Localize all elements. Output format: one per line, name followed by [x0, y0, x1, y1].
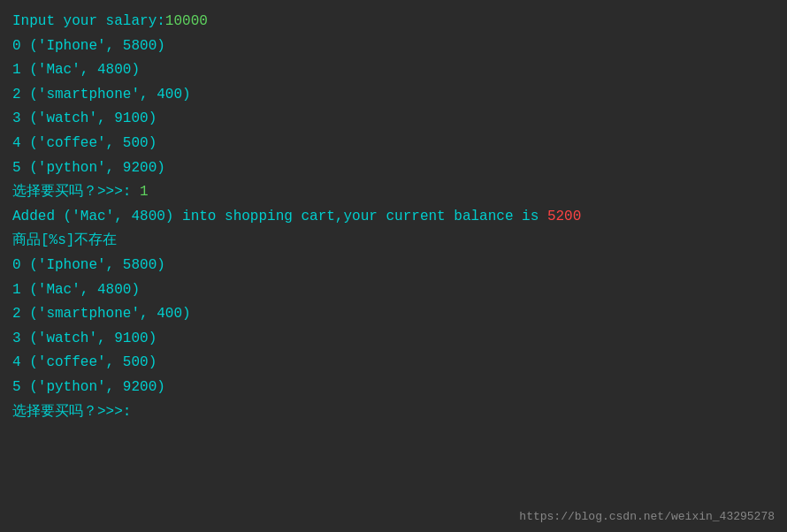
item-5b: 5 ('python', 9200) — [12, 376, 775, 399]
item-1b: 1 ('Mac', 4800) — [12, 279, 775, 302]
item-0: 0 ('Iphone', 5800) — [12, 35, 775, 58]
terminal-output: Input your salary:100000 ('Iphone', 5800… — [12, 11, 775, 423]
item-2b: 2 ('smartphone', 400) — [12, 303, 775, 326]
item-2a: 2 ('smartphone', 400) — [12, 84, 775, 107]
item-1: 1 ('Mac', 4800) — [12, 59, 775, 82]
item-3: 3 ('watch', 9100) — [12, 108, 775, 131]
added-msg: Added ('Mac', 4800) into shopping cart,y… — [12, 206, 775, 229]
item-5: 5 ('python', 9200) — [12, 157, 775, 180]
item-3b: 3 ('watch', 9100) — [12, 328, 775, 351]
item-4: 4 ('coffee', 500) — [12, 133, 775, 156]
watermark-text: https://blog.csdn.net/weixin_43295278 — [519, 510, 775, 523]
error-msg: 商品[%s]不存在 — [12, 230, 775, 253]
item-0b: 0 ('Iphone', 5800) — [12, 255, 775, 277]
prompt-2: 选择要买吗？>>>: — [12, 401, 775, 424]
salary-label: Input your salary:10000 — [12, 11, 775, 34]
item-4b: 4 ('coffee', 500) — [12, 352, 775, 375]
prompt-1: 选择要买吗？>>>: 1 — [12, 181, 775, 204]
